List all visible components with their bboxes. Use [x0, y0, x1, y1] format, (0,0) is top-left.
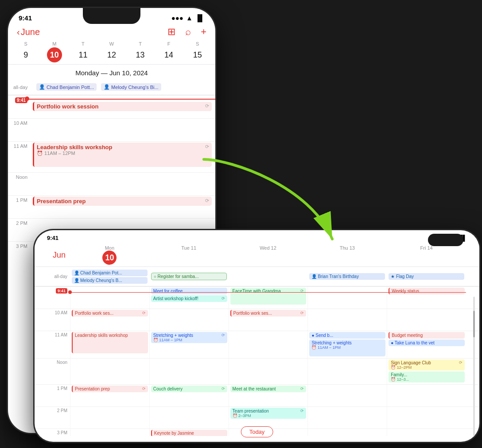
- time-noon: Noon: [35, 359, 70, 384]
- tg-wed-noon: [229, 359, 308, 384]
- jun-cell[interactable]: Jun: [35, 243, 70, 266]
- event-send-b[interactable]: ● Send b...: [309, 332, 385, 339]
- back-button[interactable]: ‹ June: [17, 27, 40, 37]
- allday-event-melody[interactable]: 👤 Melody Cheung's Bi...: [101, 83, 161, 91]
- tg-mon-1pm: ⟳ Presentation prep: [70, 385, 149, 406]
- event-meet-coffee[interactable]: Meet for coffee: [151, 288, 227, 294]
- portrait-time: 9:41: [19, 14, 32, 22]
- allday-samba[interactable]: ○ Register for samba...: [151, 273, 227, 280]
- wifi-icon: ▲: [186, 14, 193, 22]
- event-sign-language[interactable]: ⟳ Sign Language Club ⏰ 12–2PM: [389, 359, 465, 371]
- search-icon[interactable]: ⌕: [185, 26, 191, 38]
- tg-mon-2pm: [70, 407, 149, 429]
- event-portfolio-wed[interactable]: ⟳ Portfolio work ses...: [230, 310, 307, 317]
- tg-tue-noon: [149, 359, 229, 384]
- month-label: June: [21, 27, 40, 37]
- event-couch[interactable]: ⟳ Couch delivery: [151, 386, 227, 392]
- portrait-day-header: Monday — Jun 10, 2024: [8, 64, 215, 79]
- allday-fri: ★ Flag Day: [387, 272, 466, 281]
- tg-row-10am: 10 AM ⟳ Portfolio work ses... ⟳ Portfoli…: [35, 309, 479, 331]
- landscape-phone: 9:41 ●●● ▲ ▐▌ Jun Mon 10 Tue 11 Wed 12 T…: [35, 230, 479, 442]
- tg-thu-noon: [307, 359, 387, 384]
- wh-extra: [466, 243, 479, 266]
- allday-brian[interactable]: 👤 Brian Tran's Birthday: [309, 273, 385, 280]
- tg-fri-3pm: [387, 429, 466, 436]
- time-11am: 11 AM: [35, 331, 70, 358]
- today-button[interactable]: Today: [241, 426, 273, 437]
- event-stretch-tue[interactable]: ⟳ Stretching + weights ⏰ 11AM – 1PM: [151, 332, 227, 343]
- tg-thu-11am: ● Send b... Stretching + weights ⏰ 11AM …: [307, 331, 387, 358]
- tg-fri-1pm: [387, 385, 466, 406]
- day-col-mon[interactable]: M 10: [40, 41, 69, 62]
- event-presentation-prep[interactable]: ⟳ Presentation prep: [33, 197, 212, 206]
- sync-icon-3: ⟳: [205, 198, 209, 204]
- event-leadership-l[interactable]: Leadership skills workshop: [72, 332, 148, 353]
- header-icons: ⊞ ⌕ +: [167, 26, 206, 38]
- wh-mon[interactable]: Mon 10: [70, 243, 149, 266]
- time-2pm: 2 PM: [35, 407, 70, 429]
- sync-icon-2: ⟳: [205, 144, 209, 150]
- landscape-time-grid[interactable]: 9:41 Meet for coffee ⟳ Artist workshop k…: [35, 286, 479, 436]
- allday-event-chad[interactable]: 👤 Chad Benjamin Pott...: [36, 83, 97, 91]
- day-col-tue[interactable]: T 11: [69, 41, 97, 62]
- event-keynote[interactable]: Keynote by Jasmine: [151, 430, 227, 436]
- tg-fri-10am: [387, 309, 466, 331]
- wh-tue[interactable]: Tue 11: [149, 243, 229, 266]
- tg-mon-noon: [70, 359, 149, 384]
- day-col-fri[interactable]: F 14: [155, 41, 183, 62]
- tg-wed-1pm: ⟳ Meet at the restaurant: [229, 385, 308, 406]
- event-team-pres[interactable]: ⟳ Team presentation ⏰ 2–3PM: [230, 408, 307, 419]
- tg-mon-11am: Leadership skills workshop: [70, 331, 149, 358]
- tg-mon-3pm: [70, 429, 149, 436]
- event-budget[interactable]: Budget meeting: [389, 332, 465, 339]
- day-col-thu[interactable]: T 13: [126, 41, 155, 62]
- grid-icon[interactable]: ⊞: [167, 26, 175, 38]
- tg-thu-9am: [307, 287, 387, 309]
- event-family[interactable]: Family... ⏰ 12–3...: [389, 371, 465, 382]
- tg-wed-10am: ⟳ Portfolio work ses...: [229, 309, 308, 331]
- tg-mon-9am: [70, 287, 149, 309]
- allday-wed: [229, 276, 308, 278]
- person-icon-l3: 👤: [311, 274, 317, 279]
- tg-tue-3pm: Keynote by Jasmine: [149, 429, 229, 436]
- event-portfolio-mon[interactable]: ⟳ Portfolio work ses...: [72, 310, 148, 317]
- tg-tue-1pm: ⟳ Couch delivery: [149, 385, 229, 406]
- portrait-week-row: S 9 M 10 T 11 W 12 T 13 F 14 S 15: [8, 41, 215, 64]
- tg-tue-10am: [149, 309, 229, 331]
- allday-chad[interactable]: 👤 Chad Benjamin Pot...: [72, 270, 148, 276]
- event-artist-workshop[interactable]: ⟳ Artist workshop kickoff!: [151, 295, 227, 302]
- ct-badge-landscape: 9:41: [56, 288, 67, 294]
- add-icon[interactable]: +: [201, 26, 206, 38]
- landscape-status-bar: 9:41 ●●● ▲ ▐▌: [35, 230, 479, 243]
- allday-mon: 👤 Chad Benjamin Pot... 👤 Melody Cheung's…: [70, 269, 149, 285]
- event-restaurant[interactable]: ⟳ Meet at the restaurant: [230, 386, 307, 392]
- event-luna[interactable]: ● Take Luna to the vet: [389, 340, 465, 346]
- tg-row-11am: 11 AM Leadership skills workshop ⟳ Stret…: [35, 331, 479, 358]
- portrait-allday-row: all-day 👤 Chad Benjamin Pott... 👤 Melody…: [8, 79, 215, 95]
- tg-row-9am: 9:41 Meet for coffee ⟳ Artist workshop k…: [35, 286, 479, 309]
- tg-tue-11am: ⟳ Stretching + weights ⏰ 11AM – 1PM: [149, 331, 229, 358]
- allday-flagday[interactable]: ★ Flag Day: [389, 273, 464, 280]
- tg-fri-11am: Budget meeting ● Take Luna to the vet: [387, 331, 466, 358]
- landscape-calendar: Jun Mon 10 Tue 11 Wed 12 Thu 13 Fri 14 a…: [35, 243, 479, 442]
- event-weekly-status[interactable]: Weekly status: [389, 288, 465, 294]
- allday-melody[interactable]: 👤 Melody Cheung's B...: [72, 277, 148, 284]
- event-leadership[interactable]: ⟳ Leadership skills workshop ⏰ 11AM – 12…: [33, 143, 212, 167]
- day-col-sun[interactable]: S 9: [12, 41, 40, 62]
- wh-wed[interactable]: Wed 12: [229, 243, 308, 266]
- day-col-sat[interactable]: S 15: [183, 41, 212, 62]
- tg-fri-9am: Weekly status: [387, 287, 466, 309]
- event-portfolio[interactable]: ⟳ Portfolio work session: [33, 102, 212, 111]
- wh-thu[interactable]: Thu 13: [307, 243, 387, 266]
- notch: [83, 8, 140, 24]
- wh-fri[interactable]: Fri 14: [387, 243, 466, 266]
- day-col-wed[interactable]: W 12: [97, 41, 126, 62]
- tg-wed-11am: [229, 331, 308, 358]
- tg-thu-1pm: [307, 385, 387, 406]
- event-stretch-thu[interactable]: Stretching + weights ⏰ 11AM – 1PM: [309, 340, 385, 356]
- time-row-1pm: 1 PM ⟳ Presentation prep: [8, 195, 215, 218]
- landscape-time: 9:41: [47, 235, 58, 241]
- event-pres-prep-l[interactable]: ⟳ Presentation prep: [72, 386, 148, 392]
- event-facetime[interactable]: ⟳ FaceTime with Grandma: [230, 288, 307, 305]
- dynamic-island: [428, 234, 463, 246]
